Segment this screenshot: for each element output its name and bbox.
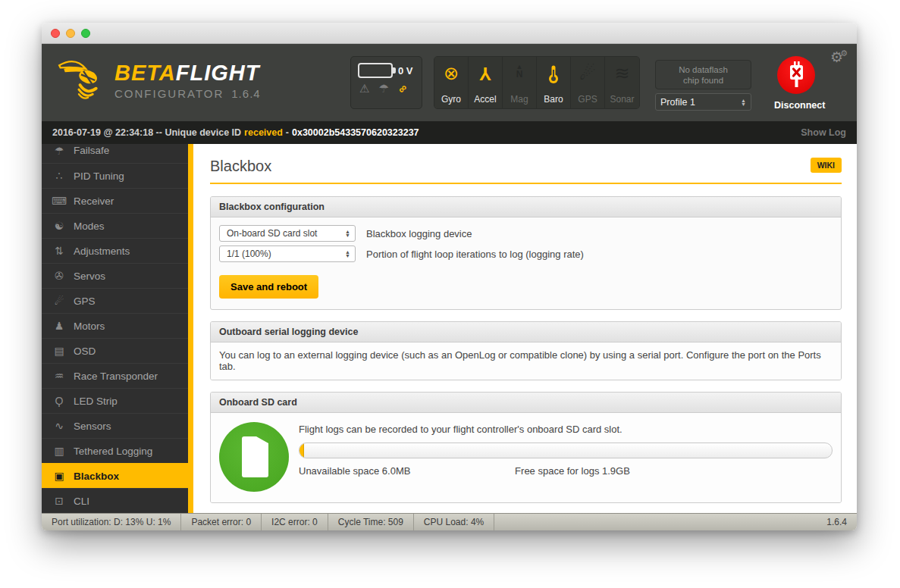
sdcard-note: Flight logs can be recorded to your flig… xyxy=(299,424,833,435)
gyro-icon: ⊗ xyxy=(434,63,468,84)
sdcard-used-fill xyxy=(299,443,304,458)
box-title: Outboard serial logging device xyxy=(211,322,841,342)
box-title: Onboard SD card xyxy=(211,393,841,413)
sidebar-item-servos[interactable]: ✇ Servos xyxy=(42,263,193,288)
status-cpu-load: CPU Load: 4% xyxy=(414,514,494,530)
sidebar-item-motors[interactable]: ♟ Motors xyxy=(42,313,193,338)
mag-icon: ▲N xyxy=(503,63,536,78)
transmitter-icon: ⌨ xyxy=(52,195,67,207)
logging-rate-value: 1/1 (100%) xyxy=(227,249,271,259)
sidebar-item-led-strip[interactable]: Ϙ LED Strip xyxy=(42,388,193,413)
logo-beta: BETA xyxy=(114,61,176,85)
titlebar xyxy=(42,23,857,44)
gps-icon: ☄ xyxy=(571,63,604,84)
sidebar-item-osd[interactable]: ▤ OSD xyxy=(42,338,193,363)
sidebar-item-tethered-logging[interactable]: ▥ Tethered Logging xyxy=(42,438,193,463)
toggles-icon: ☯ xyxy=(52,220,67,232)
stepper-arrows-icon: ▲▼ xyxy=(345,230,350,237)
sidebar-item-modes[interactable]: ☯ Modes xyxy=(42,213,193,238)
wiki-button[interactable]: WIKI xyxy=(811,158,842,173)
status-packet-error: Packet error: 0 xyxy=(181,514,262,530)
betaflight-logo: BETAFLIGHT CONFIGURATOR1.6.4 xyxy=(52,52,261,109)
app-window: BETAFLIGHT CONFIGURATOR1.6.4 0 V ⚠ ☂ ∞ ⊗… xyxy=(42,23,857,530)
sitemap-icon: ∴ xyxy=(52,170,67,182)
onboard-sdcard-box: Onboard SD card Flight logs can be recor… xyxy=(210,392,842,503)
stepper-arrows-icon: ▲▼ xyxy=(345,250,350,258)
sdcard-unavailable-space: Unavailable space 6.0MB xyxy=(299,465,410,477)
save-and-reboot-button[interactable]: Save and reboot xyxy=(219,275,318,299)
servo-icon: ✇ xyxy=(52,270,67,282)
accel-icon: Y xyxy=(479,63,491,84)
sidebar-item-cli[interactable]: ⊡ CLI xyxy=(42,488,193,513)
blackbox-configuration-box: Blackbox configuration On-board SD card … xyxy=(210,196,842,310)
sonar-icon: ≋ xyxy=(605,63,639,84)
minimize-button[interactable] xyxy=(66,29,75,38)
sensor-gyro: ⊗ Gyro xyxy=(434,57,469,108)
parachute-icon: ☂ xyxy=(52,145,67,157)
disconnect-label: Disconnect xyxy=(774,100,818,111)
zoom-button[interactable] xyxy=(81,29,90,38)
settings-gear-icon[interactable]: ⚙⚙ xyxy=(830,48,848,66)
logging-device-label: Blackbox logging device xyxy=(366,228,472,239)
sensor-baro: Baro xyxy=(537,57,571,108)
sidebar-item-receiver[interactable]: ⌨ Receiver xyxy=(42,188,193,213)
failsafe-icon: ☂ xyxy=(378,83,388,94)
profile-select[interactable]: Profile 1 ▲▼ xyxy=(655,93,751,111)
battery-voltage: 0 V xyxy=(398,65,413,77)
sliders-icon: ⇅ xyxy=(52,245,67,257)
sidebar-item-failsafe[interactable]: ☂ Failsafe xyxy=(42,144,193,163)
status-i2c-error: I2C error: 0 xyxy=(262,514,328,530)
logging-card-icon: ▥ xyxy=(52,445,67,457)
battery-icon xyxy=(358,63,393,78)
logging-rate-select[interactable]: 1/1 (100%) ▲▼ xyxy=(219,246,356,262)
profile-select-value: Profile 1 xyxy=(660,97,695,108)
disconnect-button[interactable]: Disconnect xyxy=(774,56,818,111)
logging-device-select[interactable]: On-board SD card slot ▲▼ xyxy=(219,225,356,242)
chip-icon: ▣ xyxy=(52,470,67,482)
sensor-sonar: ≋ Sonar xyxy=(605,57,639,108)
box-title: Blackbox configuration xyxy=(211,197,841,217)
sd-card-icon xyxy=(219,422,289,492)
logging-device-value: On-board SD card slot xyxy=(227,228,317,239)
logo-text: BETAFLIGHT CONFIGURATOR1.6.4 xyxy=(114,61,261,100)
sidebar-item-race-transponder[interactable]: ♒ Race Transponder xyxy=(42,363,193,388)
led-icon: Ϙ xyxy=(52,395,67,407)
logging-rate-label: Portion of flight loop iterations to log… xyxy=(366,249,584,260)
sensor-mag: ▲N Mag xyxy=(503,57,537,108)
osd-screen-icon: ▤ xyxy=(52,345,67,357)
logo-subtitle: CONFIGURATOR xyxy=(114,87,224,100)
sidebar-item-pid-tuning[interactable]: ∴ PID Tuning xyxy=(42,163,193,188)
outboard-serial-box: Outboard serial logging device You can l… xyxy=(210,321,842,380)
sidebar-item-adjustments[interactable]: ⇅ Adjustments xyxy=(42,238,193,263)
baro-icon xyxy=(537,63,570,89)
sidebar-item-gps[interactable]: ☄ GPS xyxy=(42,288,193,313)
status-port-utilization: Port utilization: D: 13% U: 1% xyxy=(42,514,181,530)
close-button[interactable] xyxy=(51,29,60,38)
logo-version: 1.6.4 xyxy=(231,87,260,100)
sidebar: ☂ Failsafe ∴ PID Tuning ⌨ Receiver ☯ Mod… xyxy=(42,144,193,513)
status-bar: Port utilization: D: 13% U: 1% Packet er… xyxy=(42,513,857,530)
log-highlight: received xyxy=(244,127,283,138)
usb-disconnect-icon xyxy=(777,56,815,94)
show-log-button[interactable]: Show Log xyxy=(801,127,846,138)
battery-status-box: 0 V ⚠ ☂ ∞ xyxy=(350,56,422,109)
sidebar-item-blackbox[interactable]: ▣ Blackbox xyxy=(42,463,193,488)
sidebar-item-sensors[interactable]: ∿ Sensors xyxy=(42,413,193,438)
link-icon: ∞ xyxy=(395,81,409,95)
transponder-icon: ♒ xyxy=(52,370,67,382)
log-separator: - xyxy=(286,127,289,138)
log-bar: 2016-07-19 @ 22:34:18 -- Unique device I… xyxy=(42,121,857,144)
page-title: Blackbox xyxy=(210,158,842,175)
app-header: BETAFLIGHT CONFIGURATOR1.6.4 0 V ⚠ ☂ ∞ ⊗… xyxy=(42,44,857,121)
sdcard-usage-bar xyxy=(299,443,833,458)
title-divider xyxy=(210,183,842,184)
tab-list: ☂ Failsafe ∴ PID Tuning ⌨ Receiver ☯ Mod… xyxy=(42,144,193,513)
sensor-accel: Y Accel xyxy=(469,57,503,108)
logo-flight: FLIGHT xyxy=(176,61,260,85)
sensor-gps: ☄ GPS xyxy=(571,57,605,108)
dataflash-notice: No dataflash chip found xyxy=(655,60,751,89)
sensor-status-bar: ⊗ Gyro Y Accel ▲N Mag xyxy=(434,56,640,109)
bee-logo-icon xyxy=(52,52,110,109)
terminal-icon: ⊡ xyxy=(52,495,67,507)
content-area: Blackbox WIKI Blackbox configuration On-… xyxy=(193,144,857,513)
